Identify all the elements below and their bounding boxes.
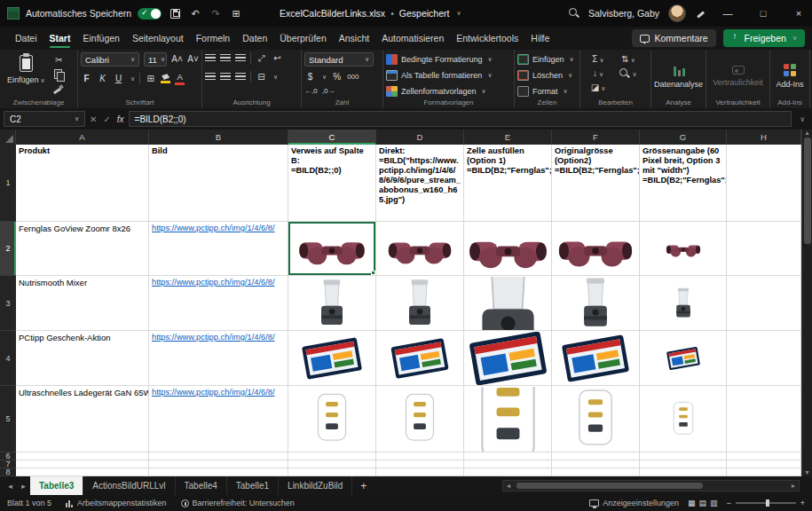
- scroll-down-icon[interactable]: ▼: [804, 469, 810, 476]
- ribbon-tab-seitenlayout[interactable]: Seitenlayout: [126, 28, 190, 48]
- cell-C3[interactable]: [288, 276, 376, 331]
- vertical-scrollbar[interactable]: ▲ ▼: [801, 130, 812, 476]
- cell-D6[interactable]: [376, 452, 464, 460]
- ribbon-tab-einfuegen[interactable]: Einfügen: [76, 28, 125, 48]
- cell-E4[interactable]: [464, 331, 552, 386]
- cell-G6[interactable]: [640, 452, 727, 460]
- cell-D1[interactable]: Direkt: =BILD("https://www.pctipp.ch/img…: [376, 145, 464, 222]
- cell-C8[interactable]: [288, 468, 376, 476]
- cell-H5[interactable]: [727, 386, 801, 452]
- format-as-table-button[interactable]: Als Tabelle formatieren∨: [386, 68, 511, 82]
- row-header-5[interactable]: 5: [0, 386, 16, 452]
- cell-H7[interactable]: [727, 460, 801, 468]
- zoom-out-icon[interactable]: −: [726, 499, 730, 507]
- cell-D2[interactable]: [376, 222, 464, 276]
- sheet-nav-left-icon[interactable]: ◂: [4, 482, 17, 491]
- zoom-slider-knob[interactable]: [766, 499, 769, 507]
- copy-icon[interactable]: [53, 68, 65, 80]
- ribbon-tab-entwicklertools[interactable]: Entwicklertools: [450, 28, 524, 48]
- page-layout-view-icon[interactable]: ▤: [698, 499, 706, 507]
- addins-button[interactable]: Add-Ins: [773, 52, 807, 98]
- cell-B4[interactable]: https://www.pctipp.ch/img/1/4/6/8/: [149, 331, 288, 386]
- format-painter-icon[interactable]: [53, 83, 65, 94]
- cell-B1[interactable]: Bild: [149, 145, 288, 222]
- number-format-select[interactable]: Standard∨: [304, 52, 374, 67]
- sheet-tab-actionsbildurllvl[interactable]: ActionsBildURLLvl: [83, 476, 175, 495]
- sheet-tab-tabelle1[interactable]: Tabelle1: [227, 476, 279, 495]
- sheet-tab-tabelle4[interactable]: Tabelle4: [176, 476, 227, 495]
- row-header-3[interactable]: 3: [0, 276, 16, 331]
- expand-formula-bar-icon[interactable]: ∨: [796, 115, 808, 123]
- conditional-formatting-button[interactable]: Bedingte Formatierung∨: [386, 52, 511, 66]
- sensitivity-button[interactable]: Vertraulichkeit: [709, 52, 767, 98]
- accessibility-check[interactable]: Barrierefreiheit: Untersuchen: [181, 499, 295, 507]
- cell-B7[interactable]: [149, 460, 288, 468]
- ribbon-tab-automatisieren[interactable]: Automatisieren: [375, 28, 450, 48]
- horizontal-scrollbar[interactable]: ◄ ►: [502, 480, 800, 491]
- decrease-decimal-icon[interactable]: ,0→: [322, 85, 335, 97]
- cell-E7[interactable]: [464, 460, 552, 468]
- wrap-text-icon[interactable]: ↩: [272, 52, 283, 64]
- column-header-d[interactable]: D: [376, 130, 464, 145]
- scroll-up-icon[interactable]: ▲: [804, 130, 810, 136]
- comma-style-icon[interactable]: 000: [347, 71, 359, 83]
- cell-E5[interactable]: [464, 386, 552, 452]
- cell-G4[interactable]: [640, 331, 727, 386]
- format-cells-button[interactable]: Format∨: [517, 84, 577, 98]
- display-settings[interactable]: Anzeigeeinstellungen: [589, 499, 679, 507]
- find-select-button[interactable]: ∨: [613, 68, 643, 80]
- insert-cells-button[interactable]: Einfügen∨: [517, 52, 577, 66]
- cell-B6[interactable]: [149, 452, 288, 460]
- share-button[interactable]: Freigeben ∨: [723, 29, 805, 47]
- maximize-button[interactable]: □: [750, 0, 777, 27]
- hyperlink[interactable]: https://www.pctipp.ch/img/1/4/6/8/: [152, 388, 275, 397]
- merge-center-icon[interactable]: ⊟: [256, 71, 267, 83]
- sheet-tab-tabelle3[interactable]: Tabelle3: [30, 476, 83, 495]
- cancel-formula-icon[interactable]: ✕: [90, 114, 97, 124]
- avatar[interactable]: [668, 4, 686, 22]
- column-header-c[interactable]: C: [288, 130, 376, 145]
- cell-F5[interactable]: [552, 386, 640, 452]
- cell-G1[interactable]: Grössenangabe (60 Pixel breit, Option 3 …: [640, 145, 727, 222]
- row-header-4[interactable]: 4: [0, 331, 16, 386]
- percent-style-icon[interactable]: %: [331, 71, 343, 83]
- add-sheet-button[interactable]: +: [352, 480, 374, 492]
- column-header-e[interactable]: E: [464, 130, 552, 145]
- close-button[interactable]: ×: [785, 0, 812, 27]
- increase-decimal-icon[interactable]: ←,0: [304, 85, 318, 97]
- cell-H6[interactable]: [727, 452, 801, 460]
- vertical-scroll-thumb[interactable]: [804, 138, 811, 244]
- column-header-b[interactable]: B: [149, 130, 288, 145]
- cell-C1[interactable]: Verweis auf Spalte B: =BILD(B2;;0): [288, 145, 376, 222]
- comments-button[interactable]: Kommentare: [632, 29, 715, 47]
- cell-F1[interactable]: Originalgrösse (Option2) =BILD(B2;"Ferng…: [552, 145, 640, 222]
- delete-cells-button[interactable]: Löschen∨: [517, 68, 577, 82]
- decrease-font-size-icon[interactable]: A˅: [187, 54, 199, 66]
- cell-D8[interactable]: [376, 468, 464, 476]
- cell-H8[interactable]: [727, 468, 801, 476]
- cell-B8[interactable]: [149, 468, 288, 476]
- cell-F8[interactable]: [552, 468, 640, 476]
- select-all-corner[interactable]: [0, 130, 16, 145]
- workbook-statistics[interactable]: Arbeitsmappenstatistiken: [66, 499, 167, 507]
- orientation-icon[interactable]: ⤢: [256, 52, 267, 64]
- cell-A6[interactable]: [16, 452, 149, 460]
- cell-A2[interactable]: Fernglas GoView Zoomr 8x26: [16, 222, 149, 276]
- align-middle-icon[interactable]: [220, 54, 231, 62]
- increase-font-size-icon[interactable]: A˄: [171, 54, 183, 66]
- cell-C6[interactable]: [288, 452, 376, 460]
- cell-C4[interactable]: [288, 331, 376, 386]
- cell-A3[interactable]: Nutrismooth Mixer: [16, 276, 149, 331]
- bold-button[interactable]: F: [81, 73, 92, 84]
- cell-A7[interactable]: [16, 460, 149, 468]
- fill-handle[interactable]: [371, 271, 375, 275]
- cell-F3[interactable]: [552, 276, 640, 331]
- column-header-g[interactable]: G: [640, 130, 727, 145]
- normal-view-icon[interactable]: ▦: [688, 499, 696, 507]
- zoom-in-icon[interactable]: +: [800, 499, 805, 507]
- cell-styles-button[interactable]: Zellenformatvorlagen∨: [386, 84, 511, 98]
- cell-D3[interactable]: [376, 276, 464, 331]
- cell-A8[interactable]: [16, 468, 149, 476]
- cell-F4[interactable]: [552, 331, 640, 386]
- column-header-h[interactable]: H: [727, 130, 801, 145]
